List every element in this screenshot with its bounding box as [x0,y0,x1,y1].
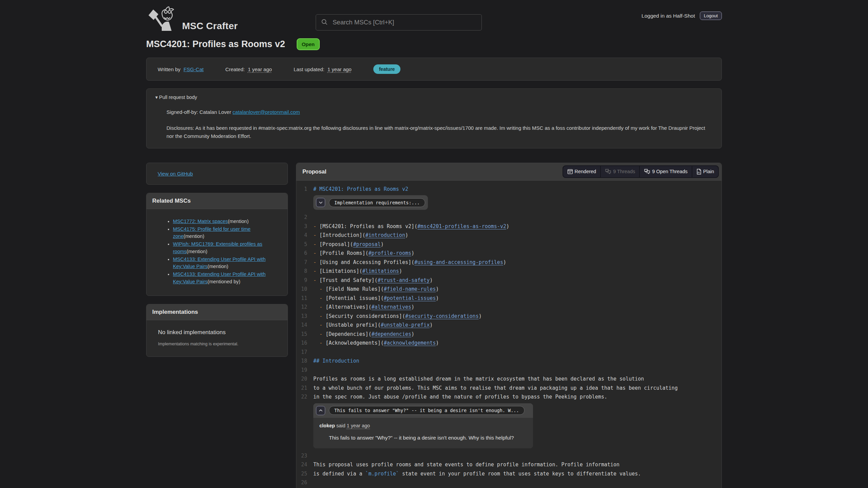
thread-header: This fails to answer "Why?" -- it being … [313,403,533,418]
line-text: - [Profile Rooms](#profile-rooms) [313,249,414,258]
line-number: 10 [296,285,307,294]
line-number: 22 [296,392,307,402]
code-line: 6- [Profile Rooms](#profile-rooms) [296,249,722,258]
code-line: 18## Introduction [296,357,722,366]
pr-body-card: ▾ Pull request body Signed-off-by: Catal… [146,88,722,148]
line-text: This proposal uses profile rooms and sta… [313,460,619,469]
chevron-up-icon[interactable] [316,406,325,415]
code-line: 2 [296,213,722,222]
search-icon [321,18,328,26]
threads-icon [644,169,650,174]
related-msc-item: MSC1772: Matrix spaces(mention) [173,218,281,225]
logged-in-text: Logged in as Half-Shot [642,13,695,19]
code-line: 19 [296,366,722,375]
threads-icon [605,169,611,174]
tab-9-threads[interactable]: 9 Threads [601,166,639,177]
anchor-link[interactable]: #field-name-rules [384,286,436,292]
code-line: 4- [Introduction](#introduction) [296,231,722,240]
line-number: 13 [296,312,307,321]
line-number: 3 [296,222,307,231]
line-number: 19 [296,366,307,375]
anchor-link[interactable]: #acknowledgements [384,340,436,346]
related-msc-suffix: (mentioned by) [208,279,240,284]
line-text [313,213,316,222]
top-bar: MSC Crafter Logged in as Half-Shot Logou… [146,0,722,32]
line-number: 5 [296,240,307,249]
anchor-link[interactable]: #alternatives [372,304,411,310]
tab-label: 9 Open Threads [652,169,688,174]
related-msc-link[interactable]: MSC1772: Matrix spaces [173,219,228,224]
line-text: - [Proposal](#proposal) [313,240,384,249]
search-input[interactable] [332,18,477,26]
logout-button[interactable]: Logout [700,12,722,20]
related-msc-suffix: (mention) [228,219,249,224]
line-number: 18 [296,357,307,366]
line-text: - [Trust and Safety](#trust-and-safety) [313,276,433,285]
line-text: - [Alternatives](#alternatives) [313,303,414,312]
no-implementations-text: No linked implementations [158,329,276,336]
anchor-link[interactable]: #dependencies [372,331,411,337]
code-line: 24This proposal uses profile rooms and s… [296,460,722,469]
anchor-link[interactable]: #trust-and-safety [378,277,430,283]
anchor-link[interactable]: #unstable-prefix [381,322,430,328]
github-card: View on GitHub [146,163,288,185]
line-text: - [Using and Accessing Profiles](#using-… [313,258,506,267]
comment-timestamp: 1 year ago [347,423,370,428]
code-line: 3- [MSC4201: Profiles as Rooms v2](#msc4… [296,222,722,231]
author-link[interactable]: FSG-Cat [183,66,203,72]
related-msc-suffix: (mention) [183,233,204,239]
code-line: 13 - [Security considerations](#security… [296,312,722,321]
tab-rendered[interactable]: Rendered [563,166,600,177]
line-number: 1 [296,185,307,194]
feature-tag-badge: feature [373,64,401,74]
line-number: 15 [296,330,307,339]
anchor-link[interactable]: #using-and-accessing-profiles [414,259,503,265]
code-line: 20Profiles as rooms is a long establishe… [296,374,722,384]
tab-9-open-threads[interactable]: 9 Open Threads [640,166,692,177]
thread-collapsed: Implementation requirements:... [313,195,428,210]
view-on-github-link[interactable]: View on GitHub [158,171,193,177]
line-text: to a whole bunch of our problems. This M… [313,384,678,393]
email-link[interactable]: catalanlover@protonmail.com [233,109,300,115]
anchor-link[interactable]: #profile-rooms [369,250,411,256]
line-text: Profiles as rooms is a long established … [313,374,644,384]
pr-body-summary[interactable]: ▾ Pull request body [155,95,713,100]
related-mscs-title: Related MSCs [146,193,288,209]
anchor-link[interactable]: #introduction [366,232,405,238]
chevron-down-icon[interactable] [316,198,325,207]
tab-label: Plain [703,169,714,174]
line-text: is defined via a `m.profile` state event… [313,469,641,479]
line-number: 17 [296,348,307,357]
proposal-source: 1# MSC4201: Profiles as Rooms v2Implemen… [296,181,722,488]
anchor-link[interactable]: #security-considerations [405,313,479,319]
tab-label: Rendered [575,169,596,174]
goblin-hammer-logo-icon [146,5,177,32]
search-box[interactable] [316,14,482,30]
line-text: ## Introduction [313,357,359,366]
line-number: 2 [296,213,307,222]
implementations-title: Implementations [146,304,288,320]
line-text: in the spec room. Just abuse /profile an… [313,392,607,402]
code-line: 21to a whole bunch of our problems. This… [296,384,722,393]
tab-plain[interactable]: 01Plain [692,166,718,177]
updated-at: Last updated: 1 year ago [294,66,352,72]
title-row: MSC4201: Profiles as Rooms v2 Open [146,38,722,50]
related-msc-item: MSC4133: Extending User Profile API with… [173,271,281,286]
line-text: - [Dependencies](#dependencies) [313,330,414,339]
anchor-link[interactable]: #proposal [353,241,380,247]
line-number: 24 [296,460,307,469]
anchor-link[interactable]: #potential-issues [384,295,436,301]
anchor-link[interactable]: #msc4201-profiles-as-rooms-v2 [417,223,506,229]
code-line: 5- [Proposal](#proposal) [296,240,722,249]
line-text: - [Limitations](#limitations) [313,267,402,276]
line-number: 25 [296,469,307,479]
written-by: Written by FSG-Cat [158,66,203,72]
line-text: # MSC4201: Profiles as Rooms v2 [313,185,408,194]
code-line: 22in the spec room. Just abuse /profile … [296,392,722,402]
thread-summary-pill[interactable]: This fails to answer "Why?" -- it being … [329,406,525,415]
thread-summary-pill[interactable]: Implementation requirements:... [329,198,425,207]
status-badge: Open [297,38,320,50]
created-value: 1 year ago [248,66,272,72]
line-number: 20 [296,374,307,384]
anchor-link[interactable]: #limitations [362,268,399,274]
